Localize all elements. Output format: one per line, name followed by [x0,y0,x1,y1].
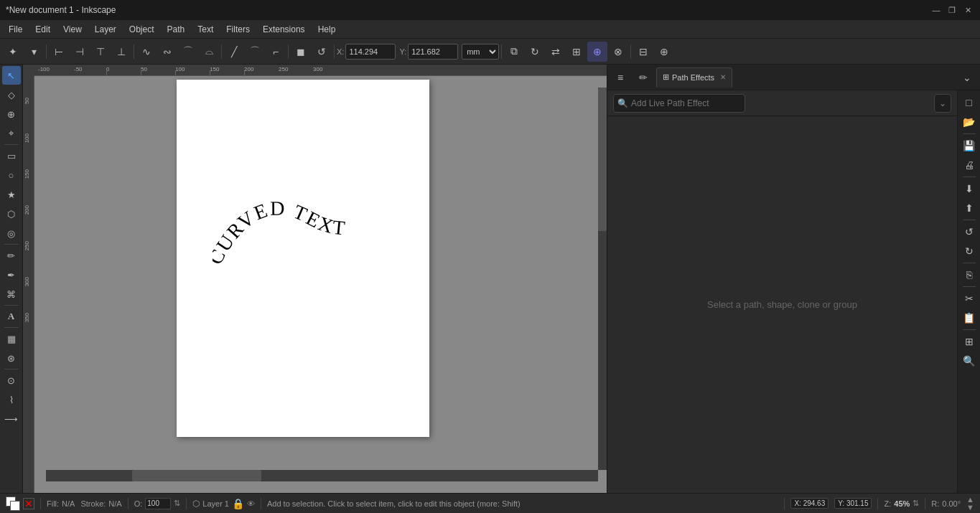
vertical-ruler: 50 100 150 200 250 300 350 [23,76,34,493]
toolbar-node-cusp[interactable]: ⌓ [199,42,219,62]
y-input[interactable] [408,44,458,60]
opacity-arrows[interactable]: ⇅ [174,499,180,508]
search-icon: 🔍 [617,98,628,108]
text-tool-btn[interactable]: A [2,307,21,326]
copy-btn[interactable]: ⎘ [960,265,979,284]
toolbar-curve[interactable]: ⌒ [245,42,265,62]
toolbar-zoom-in[interactable]: ⊕ [654,42,674,62]
toolbar-align-bottom[interactable]: ⊥ [111,42,131,62]
node-tool-btn[interactable]: ◇ [2,85,21,104]
tool-sep-2 [4,244,19,245]
cut-btn[interactable]: ✂ [960,289,979,308]
menu-layer[interactable]: Layer [89,22,122,37]
tab-path-effects[interactable]: ⊞ Path Effects ✕ [656,67,732,88]
toolbar-corner[interactable]: ⌐ [266,42,286,62]
toolbar-node-smooth[interactable]: ⌒ [178,42,198,62]
fill-stroke-indicator[interactable] [6,496,20,511]
lpe-dropdown-btn[interactable]: ⌄ [934,94,951,113]
import-btn[interactable]: ⬇ [960,179,979,198]
toolbar-flip[interactable]: ⇄ [546,42,566,62]
vertical-scrollbar-thumb[interactable] [598,88,607,231]
palette-up-btn[interactable]: ▲ [966,496,974,504]
spray-tool-btn[interactable]: ⊛ [2,349,21,367]
toolbar-align-left[interactable]: ⊢ [49,42,69,62]
zoom-fit-btn[interactable]: ⊞ [960,332,979,351]
toolbar-snap2[interactable]: ⊗ [608,42,628,62]
menu-help[interactable]: Help [312,22,342,37]
panel-btn-fill[interactable]: ✏ [633,67,653,88]
canvas-content[interactable]: CURVED TEXT [34,76,607,481]
toolbar-transform[interactable]: ⧉ [504,42,524,62]
toolbar-node-add[interactable]: ∿ [136,42,157,62]
zoom-tool-btn[interactable]: ⌖ [2,124,21,143]
lpe-search-input[interactable] [613,94,745,113]
zoom-in-btn[interactable]: 🔍 [960,352,979,370]
tab-close-icon[interactable]: ✕ [720,73,726,81]
box3d-tool-btn[interactable]: ⬡ [2,204,21,223]
toolbar-rotate[interactable]: ↻ [525,42,545,62]
opacity-group: O: ⇅ [134,498,181,509]
toolbar-line[interactable]: ╱ [224,42,244,62]
vertical-scrollbar[interactable] [598,88,607,470]
tweak-tool-btn[interactable]: ⊕ [2,105,21,123]
rect-tool-btn[interactable]: ▭ [2,146,21,165]
export-btn[interactable]: ⬆ [960,199,979,217]
redo-btn[interactable]: ↻ [960,242,979,260]
circle-tool-btn[interactable]: ○ [2,166,21,184]
menu-object[interactable]: Object [123,22,160,37]
open-btn[interactable]: 📂 [960,113,979,131]
toolbar-square[interactable]: ◼ [291,42,311,62]
toolbar-align-center[interactable]: ⊣ [70,42,90,62]
lpe-panel-wrapper: 🔍 ⌄ Select a path, shape, clone or group… [607,90,980,493]
print-btn[interactable]: 🖨 [960,156,979,174]
toolbar-node-sym[interactable]: ∾ [157,42,177,62]
opacity-input[interactable] [145,498,171,509]
spiral-tool-btn[interactable]: ◎ [2,224,21,243]
gradient-tool-btn[interactable]: ▦ [2,329,21,348]
menu-path[interactable]: Path [162,22,191,37]
menu-file[interactable]: File [3,22,28,37]
calligraphy-tool-btn[interactable]: ⌘ [2,285,21,303]
right-icon-sep-4 [963,263,976,263]
close-button[interactable]: ✕ [961,4,974,17]
undo-btn[interactable]: ↺ [960,222,979,241]
zoom-arrows[interactable]: ⇅ [913,499,919,508]
save-btn[interactable]: 💾 [960,136,979,155]
menu-extensions[interactable]: Extensions [257,22,311,37]
maximize-button[interactable]: ❐ [946,4,958,17]
horizontal-scrollbar[interactable] [46,470,598,481]
menu-view[interactable]: View [57,22,88,37]
minimize-button[interactable]: — [930,4,943,17]
canvas-area[interactable]: -100 -50 0 50 100 150 200 250 300 50 100 [23,65,607,493]
menu-filters[interactable]: Filters [220,22,256,37]
x-input[interactable] [345,44,396,60]
paste-btn[interactable]: 📋 [960,309,979,327]
new-document-btn[interactable]: □ [960,93,979,112]
pencil-tool-btn[interactable]: ✏ [2,246,21,265]
toolbar-zoom-fit[interactable]: ⊟ [633,42,653,62]
zoom-value: 45% [894,499,910,508]
horizontal-scrollbar-thumb[interactable] [132,470,261,481]
select-tool-btn[interactable]: ↖ [2,66,21,85]
y-label: Y: [399,47,406,56]
panel-expand-btn[interactable]: ⌄ [957,67,977,88]
star-tool-btn[interactable]: ★ [2,185,21,204]
measure-tool-btn[interactable]: ⌇ [2,390,21,409]
toolbar-spiral[interactable]: ↺ [312,42,332,62]
eyedropper-tool-btn[interactable]: ⊙ [2,371,21,390]
toolbar-scale[interactable]: ⊞ [566,42,587,62]
menu-text[interactable]: Text [192,22,219,37]
menu-edit[interactable]: Edit [29,22,56,37]
layer-visibility[interactable]: 👁 [247,499,255,508]
pen-tool-btn[interactable]: ✒ [2,265,21,284]
toolbar-new[interactable]: ✦ [3,42,23,62]
unit-dropdown[interactable]: mm px cm in [462,44,499,60]
palette-down-btn[interactable]: ▼ [966,504,974,512]
left-toolbox: ↖ ◇ ⊕ ⌖ ▭ ○ ★ ⬡ ◎ ✏ ✒ ⌘ A ▦ ⊛ ⊙ ⌇ ⟶ [0,65,23,493]
connector-tool-btn[interactable]: ⟶ [2,410,21,428]
toolbar-snap[interactable]: ⊕ [587,42,607,62]
toolbar-align-top[interactable]: ⊤ [90,42,111,62]
toolbar-open[interactable]: ▾ [24,42,44,62]
panel-btn-align[interactable]: ≡ [610,67,630,88]
layer-lock[interactable]: 🔒 [232,498,244,509]
